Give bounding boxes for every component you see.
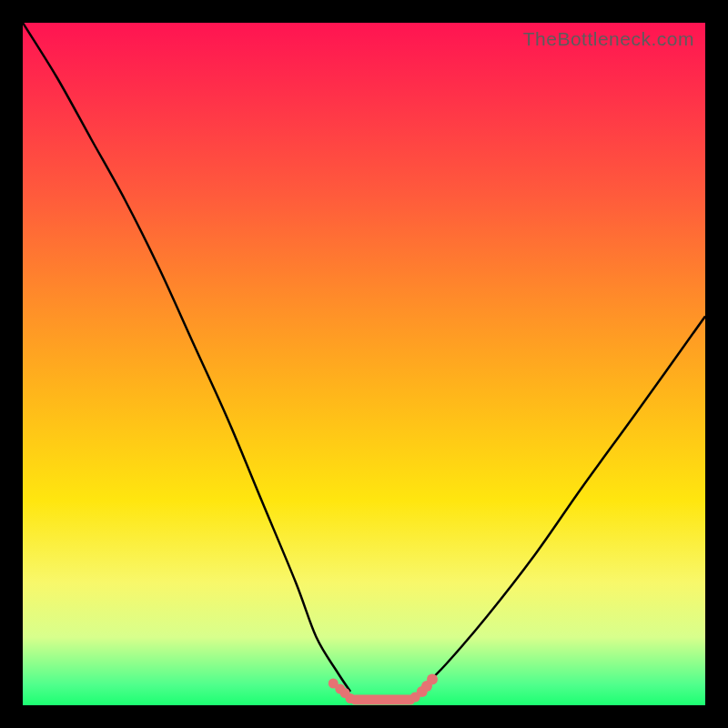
marker-dot [427,674,438,685]
curve-left [23,23,350,692]
marker-dot [410,693,420,703]
curve-right [419,317,705,693]
plot-area: TheBottleneck.com [23,23,705,705]
chart-overlay [23,23,705,705]
marker-dot [346,693,356,703]
marker-bar [350,695,415,705]
chart-frame: TheBottleneck.com [0,0,728,728]
marker-group [329,674,438,705]
